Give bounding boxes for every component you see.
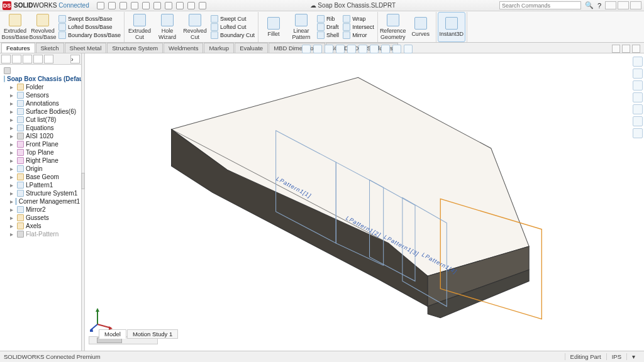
previous-view-icon[interactable]	[325, 45, 333, 53]
status-extra-icon[interactable]: ▾	[626, 353, 640, 360]
display-manager-tab-icon[interactable]	[44, 55, 53, 63]
instant3d-button[interactable]: Instant3D	[438, 12, 465, 42]
tree-item[interactable]: ▸Top Plane	[1, 148, 80, 156]
tree-item[interactable]: ▸AISI 1020	[1, 132, 80, 140]
qat-open-icon[interactable]	[108, 2, 116, 9]
tree-item[interactable]: ▸Origin	[1, 165, 80, 173]
qat-print-icon[interactable]	[131, 2, 138, 9]
lofted-cut-button[interactable]: Lofted Cut	[211, 23, 255, 31]
bottom-tab-motion-study-1[interactable]: Motion Study 1	[127, 329, 178, 339]
heads-up-view-toolbar	[302, 45, 413, 53]
swept-cut-button[interactable]: Swept Cut	[211, 15, 255, 23]
zoom-fit-icon[interactable]	[302, 45, 311, 53]
fillet-button[interactable]: Fillet	[260, 12, 287, 42]
edit-appearance-icon[interactable]	[381, 45, 390, 53]
tree-item[interactable]: ▸Surface Bodies(6)	[1, 107, 80, 116]
section-view-icon[interactable]	[336, 45, 345, 53]
feature-manager-tab-icon[interactable]	[1, 55, 11, 63]
extruded-cut-button[interactable]: Extruded Cut	[126, 12, 153, 42]
feature-tree[interactable]: Soap Box Chassis (Default<As Machin ▸Fol…	[0, 65, 81, 351]
appearances-icon[interactable]	[633, 104, 643, 114]
vp-close-icon[interactable]	[632, 45, 640, 53]
tree-item[interactable]: ▸Flat-Pattern	[1, 230, 80, 238]
mirror-button[interactable]: Mirror	[343, 31, 374, 39]
forum-icon[interactable]	[633, 128, 643, 138]
tree-item[interactable]: ▸Axels	[1, 222, 80, 230]
qat-redo-icon[interactable]	[153, 2, 161, 9]
tree-item[interactable]: ▸Corner Management1	[1, 197, 80, 206]
reference-geometry-button[interactable]: Reference Geometry	[379, 12, 407, 42]
view-orientation-icon[interactable]	[347, 45, 356, 53]
vp-maximize-icon[interactable]	[622, 45, 630, 53]
display-style-icon[interactable]	[358, 45, 367, 53]
qat-options-icon[interactable]	[187, 2, 195, 9]
apply-scene-icon[interactable]	[392, 45, 401, 53]
qat-select-icon[interactable]	[165, 2, 172, 9]
tree-item[interactable]: ▸Cut list(78)	[1, 116, 80, 124]
filter-icon[interactable]	[1, 67, 80, 75]
qat-undo-icon[interactable]	[142, 2, 150, 9]
tree-root[interactable]: Soap Box Chassis (Default<As Machin	[1, 75, 80, 83]
dimxpert-manager-tab-icon[interactable]	[33, 55, 43, 63]
revolved-cut-button[interactable]: Revolved Cut	[181, 12, 209, 42]
tree-item[interactable]: ▸Front Plane	[1, 140, 80, 148]
graphics-viewport[interactable]: LPattern1[1] LPattern1[2] LPattern1[3] L…	[85, 53, 644, 351]
swept-boss-button[interactable]: Swept Boss/Base	[58, 15, 121, 23]
sw-resources-icon[interactable]	[633, 57, 643, 67]
rib-button[interactable]: Rib	[317, 15, 339, 23]
qat-new-icon[interactable]	[97, 2, 104, 9]
zoom-area-icon[interactable]	[313, 45, 322, 53]
help-icon[interactable]: ?	[597, 2, 601, 9]
file-explorer-icon[interactable]	[633, 80, 643, 90]
tree-item[interactable]: ▸LPattern1	[1, 181, 80, 189]
tree-item[interactable]: ▸Equations	[1, 124, 80, 132]
revolved-boss-button[interactable]: Revolved Boss/Base	[29, 12, 57, 42]
tree-item[interactable]: ▸Structure System1	[1, 189, 80, 197]
wrap-button[interactable]: Wrap	[343, 15, 374, 23]
property-manager-tab-icon[interactable]	[12, 55, 21, 63]
orientation-triad-icon[interactable]	[90, 307, 115, 332]
status-units[interactable]: IPS	[606, 353, 626, 360]
design-library-icon[interactable]	[633, 69, 643, 79]
hide-show-icon[interactable]	[370, 45, 379, 53]
close-button[interactable]	[630, 1, 641, 9]
manager-overflow-icon[interactable]: ›	[70, 55, 80, 63]
search-icon[interactable]: 🔍	[585, 1, 594, 9]
tree-item[interactable]: ▸Gussets	[1, 214, 80, 222]
tree-item[interactable]: ▸Right Plane	[1, 156, 80, 165]
minimize-button[interactable]	[605, 1, 616, 9]
curves-button[interactable]: Curves	[407, 12, 435, 42]
vp-minimize-icon[interactable]	[612, 45, 620, 53]
qat-settings-icon[interactable]	[199, 2, 206, 9]
tree-item[interactable]: ▸Mirror2	[1, 206, 80, 214]
extruded-boss-button[interactable]: Extruded Boss/Base	[1, 12, 29, 42]
boundary-boss-button[interactable]: Boundary Boss/Base	[58, 31, 121, 39]
tab-features[interactable]: Features	[1, 43, 35, 53]
custom-properties-icon[interactable]	[633, 116, 643, 126]
tree-item[interactable]: ▸Base Geom	[1, 173, 80, 181]
view-palette-icon[interactable]	[633, 92, 643, 102]
qat-rebuild-icon[interactable]	[176, 2, 184, 9]
qat-save-icon[interactable]	[119, 2, 127, 9]
status-product: SOLIDWORKS Connected Premium	[4, 353, 101, 360]
view-settings-icon[interactable]	[404, 45, 413, 53]
tab-evaluate[interactable]: Evaluate	[235, 43, 268, 53]
boundary-cut-button[interactable]: Boundary Cut	[211, 31, 255, 39]
tab-sheet-metal[interactable]: Sheet Metal	[65, 43, 107, 53]
intersect-button[interactable]: Intersect	[343, 23, 374, 31]
tree-item[interactable]: ▸Sensors	[1, 91, 80, 99]
maximize-button[interactable]	[618, 1, 629, 9]
lofted-boss-button[interactable]: Lofted Boss/Base	[58, 23, 121, 31]
shell-button[interactable]: Shell	[317, 31, 339, 39]
configuration-manager-tab-icon[interactable]	[23, 55, 32, 63]
tree-item[interactable]: ▸Folder	[1, 83, 80, 91]
tab-weldments[interactable]: Weldments	[164, 43, 203, 53]
hole-wizard-button[interactable]: Hole Wizard	[153, 12, 181, 42]
draft-button[interactable]: Draft	[317, 23, 339, 31]
tree-item[interactable]: ▸Annotations	[1, 99, 80, 107]
search-input[interactable]	[499, 1, 581, 9]
tab-sketch[interactable]: Sketch	[36, 43, 64, 53]
linear-pattern-button[interactable]: Linear Pattern	[287, 12, 315, 42]
tab-structure-system[interactable]: Structure System	[107, 43, 163, 53]
tab-markup[interactable]: Markup	[204, 43, 234, 53]
